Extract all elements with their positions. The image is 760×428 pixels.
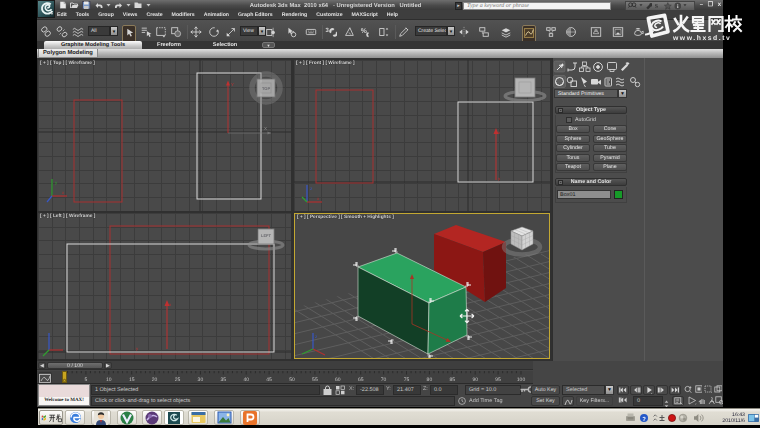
new-file-icon[interactable]	[58, 1, 67, 9]
caret[interactable]	[146, 1, 151, 9]
x-coordinate-field[interactable]: -22.508	[356, 385, 384, 395]
red-box-top-wire[interactable]	[74, 100, 122, 202]
primitives-dropdown-arrow[interactable]: ▼	[618, 89, 627, 98]
tab-graphite-modeling-tools[interactable]: Graphite Modeling Tools	[44, 41, 142, 49]
set-key-button[interactable]: Set Key	[531, 396, 560, 406]
open-file-icon[interactable]	[70, 1, 79, 9]
tab-display-icon[interactable]	[608, 63, 617, 72]
auto-key-button[interactable]: Auto Key	[531, 385, 560, 395]
undo-icon[interactable]	[94, 1, 103, 9]
go-to-start-frame-icon[interactable]	[617, 396, 629, 406]
tab-modify-icon[interactable]	[568, 63, 577, 72]
zoom-extents-all-icon[interactable]	[694, 385, 703, 395]
tab-create-icon[interactable]	[554, 61, 565, 72]
viewport-top-label[interactable]: [ + ] [ Top ] [ Wireframe ]	[40, 61, 95, 66]
project-folder-icon[interactable]	[134, 1, 143, 9]
tray-ime-icon[interactable]	[660, 415, 665, 421]
tab-motion-icon[interactable]	[594, 63, 603, 72]
tab-freeform[interactable]: Freeform	[149, 41, 189, 49]
selected-filter-dropdown[interactable]: Selected	[562, 385, 605, 395]
tray-arrows-icon[interactable]	[654, 414, 657, 420]
new-key-mode-button[interactable]	[562, 396, 574, 406]
viewcube[interactable]	[249, 229, 283, 249]
tray-record-icon[interactable]	[669, 414, 676, 421]
close-button[interactable]: x	[716, 2, 723, 9]
restore-button[interactable]: ❐	[707, 2, 714, 9]
application-menu-button[interactable]: ▼	[37, 0, 55, 18]
time-next-button[interactable]: ▶	[104, 362, 112, 369]
green-box-left-wire-selected[interactable]	[67, 244, 274, 352]
menu-create[interactable]: Create	[146, 12, 162, 18]
taskbar-orb-icon[interactable]	[142, 410, 162, 425]
z-coordinate-field[interactable]: 0.0	[430, 385, 458, 395]
menu-modifiers[interactable]: Modifiers	[172, 12, 195, 18]
tray-printer-icon[interactable]	[626, 413, 635, 421]
zoom-region-icon[interactable]	[703, 385, 713, 395]
create-torus-button[interactable]: Torus	[556, 154, 590, 162]
play-button[interactable]	[643, 385, 655, 395]
infocenter-search-input[interactable]: Type a keyword or phrase	[463, 2, 611, 10]
previous-frame-button[interactable]	[630, 385, 642, 395]
time-prev-button[interactable]: ◀	[38, 362, 46, 369]
absolute-offset-toggle-icon[interactable]	[336, 386, 345, 394]
tray-camera-icon[interactable]	[679, 414, 687, 422]
tray-help-icon[interactable]: ?	[640, 414, 648, 423]
mini-curve-editor-button[interactable]	[38, 372, 52, 383]
viewport-perspective-label[interactable]: [ + ] [ Perspective ] [ Smooth + Highlig…	[297, 215, 394, 220]
transform-gizmo[interactable]: x y	[494, 128, 502, 181]
viewcube-top-face[interactable]: TOP	[257, 86, 275, 91]
create-sphere-button[interactable]: Sphere	[556, 135, 590, 143]
language-bar-icon[interactable]	[748, 410, 760, 426]
field-of-view-icon[interactable]	[687, 396, 697, 406]
reference-coordinate-dropdown[interactable]: View	[240, 26, 258, 36]
caret-icon[interactable]	[683, 2, 687, 10]
minimize-button[interactable]: –	[698, 2, 705, 9]
time-slider-handle[interactable]: 0 / 100	[47, 362, 103, 369]
pan-zoom-icon[interactable]	[713, 385, 723, 395]
current-frame-spinner[interactable]: 0	[633, 396, 663, 406]
taskbar-powerpoint-icon[interactable]	[240, 410, 260, 425]
selection-filter-dropdown-arrow[interactable]: ▼	[110, 26, 118, 36]
named-selection-sets-dropdown-arrow[interactable]: ▼	[447, 26, 455, 36]
selection-filter-dropdown[interactable]: All	[88, 26, 110, 36]
selection-lock-icon[interactable]	[324, 386, 331, 395]
tab-hierarchy-icon[interactable]	[580, 62, 591, 71]
transform-gizmo[interactable]: x y	[136, 300, 172, 351]
menu-customize[interactable]: Customize	[316, 12, 342, 18]
category-shapes-icon[interactable]	[567, 77, 576, 86]
polygon-modeling-panel[interactable]: Polygon Modeling	[38, 49, 98, 58]
key-filters-button[interactable]: Key Filters...	[576, 396, 613, 406]
infocenter-arrow-button[interactable]: ▸	[455, 2, 462, 10]
tab-selection[interactable]: Selection	[205, 41, 245, 49]
create-box-button[interactable]: Box	[556, 125, 590, 133]
primitives-dropdown[interactable]: Standard Primitives	[554, 89, 618, 98]
category-helpers-icon[interactable]	[605, 78, 612, 86]
key-mode-toggle-button[interactable]	[672, 396, 684, 406]
caret[interactable]	[106, 1, 111, 9]
subscription-icon[interactable]: S	[654, 2, 662, 10]
create-tube-button[interactable]: Tube	[593, 144, 627, 152]
red-box-front-wire[interactable]	[316, 90, 373, 183]
ribbon-minimize-button[interactable]: ▼	[262, 42, 275, 48]
category-spacewarps-icon[interactable]	[616, 78, 624, 86]
taskbar-ie-icon[interactable]	[65, 410, 85, 425]
viewcube[interactable]	[505, 78, 545, 101]
taskbar-folder-icon[interactable]	[188, 410, 208, 425]
menu-views[interactable]: Views	[123, 12, 138, 18]
menu-group[interactable]: Group	[98, 12, 114, 18]
redo-icon[interactable]	[114, 1, 123, 9]
y-coordinate-field[interactable]: 21.407	[393, 385, 421, 395]
infocenter-search-icon[interactable]	[628, 2, 637, 10]
viewport-perspective[interactable]: z [ + ] [ Perspective ] [ Smooth + Highl…	[294, 213, 550, 359]
red-box-left-wire[interactable]	[110, 226, 269, 354]
create-pyramid-button[interactable]: Pyramid	[593, 154, 627, 162]
viewport-left-label[interactable]: [ + ] [ Left ] [ Wireframe ]	[40, 214, 95, 219]
category-lights-icon[interactable]	[581, 77, 587, 87]
create-cone-button[interactable]: Cone	[593, 125, 627, 133]
object-name-field[interactable]: Box01	[557, 190, 611, 199]
go-to-start-button[interactable]	[617, 385, 629, 395]
category-cameras-icon[interactable]	[591, 79, 601, 85]
name-color-rollout-header[interactable]: - Name and Color	[555, 178, 627, 186]
caret-icon[interactable]	[639, 2, 643, 10]
viewport-top[interactable]: Y X y x	[38, 60, 291, 211]
